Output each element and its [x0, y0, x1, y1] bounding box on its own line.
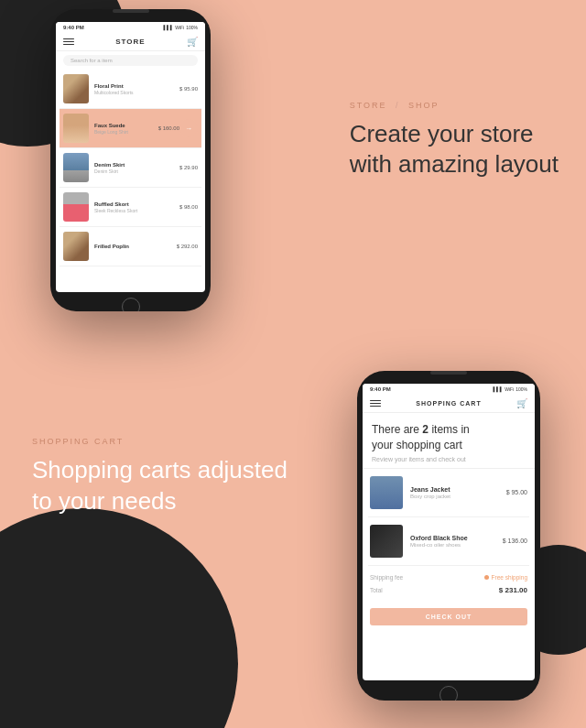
phone-cart-notch — [430, 371, 467, 375]
cart-product-thumb-2 — [370, 525, 403, 558]
cart-intro-post: items in — [429, 423, 470, 436]
cart-product-thumb-1 — [370, 476, 403, 509]
cart-hamburger-icon[interactable] — [370, 399, 381, 408]
store-section-label: STORE / SHOP — [350, 101, 559, 110]
home-button-store[interactable] — [122, 298, 140, 311]
hamburger-icon[interactable] — [63, 38, 74, 47]
product-item-5[interactable]: Frilled Poplin $ 292.00 — [60, 227, 201, 266]
product-thumb-4 — [63, 192, 89, 222]
product-item-4[interactable]: Ruffled Skort Sleek Reckless Skort $ 98.… — [60, 188, 201, 227]
product-item-1[interactable]: Floral Print Multicolored Skorts $ 95.90 — [60, 70, 201, 109]
store-label-separator: / — [396, 101, 400, 110]
product-thumb-2 — [63, 114, 89, 143]
cart-product-info-2: Oxford Black Shoe Mixed-co oiler shoes — [410, 535, 503, 548]
cart-totals-section: Shipping fee Free shipping Total $ 231.0… — [363, 566, 535, 603]
battery-icon: 100% — [186, 25, 198, 30]
wifi-icon: WiFi — [175, 25, 184, 30]
store-text-section: STORE / SHOP Create your store with amaz… — [350, 101, 559, 179]
store-status-time: 9:40 PM — [63, 25, 84, 30]
decorative-circle-bottom-left — [0, 508, 238, 728]
product-thumb-3 — [63, 153, 89, 182]
product-name-3: Denim Skirt — [94, 162, 179, 168]
product-subtitle-3: Denim Skirt — [94, 168, 179, 174]
store-screen: 9:40 PM ▌▌▌ WiFi 100% STORE 🛒 Search for… — [56, 22, 205, 292]
product-info-2: Faux Suede Beige Long Shirt — [94, 123, 158, 135]
denim-cloth-img — [63, 153, 89, 182]
cart-text-section: SHOPPING CART Shopping carts adjusted to… — [32, 437, 288, 517]
product-price-1: $ 95.90 — [179, 86, 198, 92]
product-price-2: $ 160.00 — [158, 125, 179, 131]
jacket-img — [370, 476, 403, 509]
product-name-5: Frilled Poplin — [94, 244, 177, 249]
search-placeholder: Search for a item — [71, 58, 113, 63]
cart-product-name-1: Jeans Jacket — [410, 486, 506, 493]
product-name-1: Floral Print — [94, 83, 179, 89]
suede-cloth-img — [63, 114, 89, 143]
store-header: STORE 🛒 — [56, 33, 205, 51]
cart-product-sub-2: Mixed-co oiler shoes — [410, 542, 503, 548]
product-price-4: $ 98.00 — [179, 204, 198, 210]
product-item-2[interactable]: Faux Suede Beige Long Shirt $ 160.00 → — [60, 109, 201, 148]
cart-intro-section: There are 2 items in your shopping cart … — [363, 413, 535, 469]
cart-intro-sub: Review your items and check out — [372, 456, 526, 462]
product-subtitle-4: Sleek Reckless Skort — [94, 208, 179, 213]
highlight-circle: → — [179, 119, 198, 137]
home-button-cart[interactable] — [440, 686, 458, 701]
cart-product-info-1: Jeans Jacket Boxy crop jacket — [410, 486, 506, 499]
cart-intro-line2: your shopping cart — [372, 439, 462, 451]
free-shipping-dot — [484, 575, 489, 580]
cart-heading-line1: Shopping carts adjusted — [32, 456, 288, 484]
ruffled-cloth-img — [63, 192, 89, 222]
checkout-button[interactable]: CHECK OUT — [370, 608, 527, 625]
cart-intro-title: There are 2 items in your shopping cart — [372, 422, 526, 453]
product-info-5: Frilled Poplin — [94, 244, 177, 249]
cart-total-value: $ 231.00 — [499, 586, 527, 594]
product-name-4: Ruffled Skort — [94, 201, 179, 207]
cart-section-label: SHOPPING CART — [32, 437, 288, 446]
cart-status-icons: ▌▌▌ WiFi 100% — [494, 386, 527, 392]
cart-product-price-2: $ 136.00 — [503, 538, 527, 544]
cart-screen: 9:40 PM ▌▌▌ WiFi 100% SHOPPING CART 🛒 Th… — [363, 384, 535, 680]
cart-status-time: 9:40 PM — [370, 386, 391, 392]
product-price-3: $ 29.90 — [179, 165, 198, 170]
store-label-part1: STORE — [350, 101, 387, 110]
cart-product-name-2: Oxford Black Shoe — [410, 535, 503, 541]
phone-store-mockup: 9:40 PM ▌▌▌ WiFi 100% STORE 🛒 Search for… — [50, 9, 211, 311]
store-search-bar[interactable]: Search for a item — [63, 55, 198, 66]
store-heading: Create your store with amazing layout — [350, 119, 559, 179]
cart-icon-store[interactable]: 🛒 — [187, 37, 198, 47]
product-thumb-1 — [63, 74, 89, 103]
frilled-cloth-img — [63, 232, 89, 261]
cart-total-label: Total — [370, 587, 383, 593]
cart-product-item-2[interactable]: Oxford Black Shoe Mixed-co oiler shoes $… — [368, 517, 529, 566]
cart-shipping-value: Free shipping — [492, 574, 527, 581]
product-info-3: Denim Skirt Denim Skirt — [94, 162, 179, 174]
product-subtitle-2: Beige Long Shirt — [94, 129, 158, 135]
product-thumb-5 — [63, 232, 89, 261]
cart-product-sub-1: Boxy crop jacket — [410, 494, 506, 499]
cart-product-list: Jeans Jacket Boxy crop jacket $ 95.00 Ox… — [363, 469, 535, 566]
cart-heading-line2: to your needs — [32, 487, 177, 515]
cart-cart-icon[interactable]: 🛒 — [516, 398, 527, 408]
store-status-icons: ▌▌▌ WiFi 100% — [164, 25, 198, 30]
product-price-5: $ 292.00 — [177, 244, 198, 249]
free-shipping-badge: Free shipping — [484, 574, 527, 581]
product-name-2: Faux Suede — [94, 123, 158, 128]
store-status-bar: 9:40 PM ▌▌▌ WiFi 100% — [56, 22, 205, 33]
product-item-3[interactable]: Denim Skirt Denim Skirt $ 29.90 — [60, 148, 201, 188]
cart-status-bar: 9:40 PM ▌▌▌ WiFi 100% — [363, 384, 535, 395]
cart-shipping-label: Shipping fee — [370, 574, 403, 581]
product-subtitle-1: Multicolored Skorts — [94, 90, 179, 95]
product-info-4: Ruffled Skort Sleek Reckless Skort — [94, 201, 179, 213]
cart-product-item-1[interactable]: Jeans Jacket Boxy crop jacket $ 95.00 — [368, 469, 529, 517]
cart-screen-title: SHOPPING CART — [381, 400, 516, 407]
cart-signal-icon: ▌▌▌ — [494, 386, 504, 392]
store-heading-line2: with amazing layout — [350, 150, 559, 178]
store-title: STORE — [74, 38, 187, 46]
store-heading-line1: Create your store — [350, 120, 534, 147]
product-info-1: Floral Print Multicolored Skorts — [94, 83, 179, 95]
phone-cart-mockup: 9:40 PM ▌▌▌ WiFi 100% SHOPPING CART 🛒 Th… — [357, 371, 540, 701]
cart-total-row: Total $ 231.00 — [370, 583, 527, 597]
cart-battery-icon: 100% — [515, 386, 527, 392]
signal-icon: ▌▌▌ — [164, 25, 174, 30]
